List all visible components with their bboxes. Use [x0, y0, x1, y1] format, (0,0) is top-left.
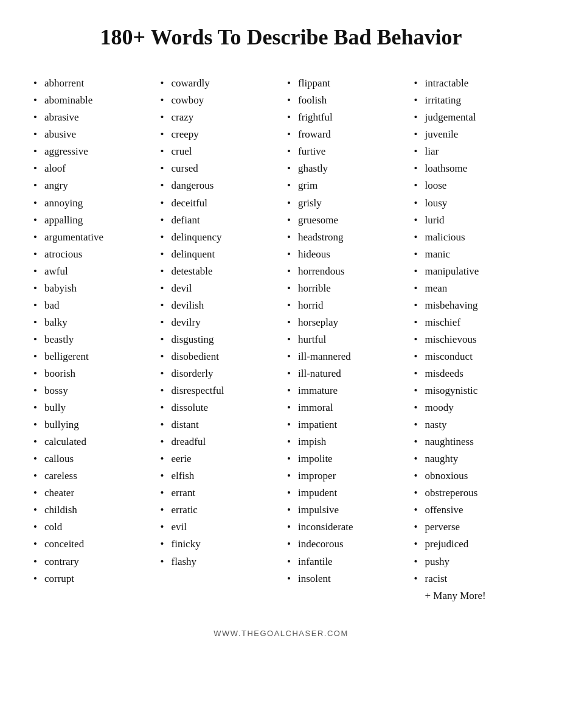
list-item: improper	[287, 467, 402, 485]
list-item: loose	[414, 177, 529, 194]
list-item: belligerent	[33, 348, 148, 365]
list-item: eerie	[161, 450, 276, 467]
list-item: naughtiness	[414, 433, 529, 450]
column-2: cowardlycowboycrazycreepycruelcurseddang…	[158, 75, 279, 570]
list-item: pushy	[414, 553, 529, 570]
list-item: grim	[287, 177, 402, 194]
footer-url: WWW.THEGOALCHASER.COM	[30, 629, 532, 638]
list-item: horrid	[287, 297, 402, 314]
list-item: conceited	[33, 536, 148, 553]
list-item: dreadful	[161, 433, 276, 450]
list-item: judgemental	[414, 109, 529, 126]
list-item: impatient	[287, 416, 402, 433]
list-item: creepy	[161, 126, 276, 143]
list-item: flippant	[287, 75, 402, 92]
list-item: dissolute	[161, 399, 276, 416]
list-item: angry	[33, 177, 148, 194]
list-item: horrendous	[287, 263, 402, 280]
list-item: irritating	[414, 92, 529, 109]
list-item: bad	[33, 297, 148, 314]
list-item: loathsome	[414, 160, 529, 177]
list-item: perverse	[414, 519, 529, 536]
list-item: insolent	[287, 570, 402, 587]
list-item: cursed	[161, 160, 276, 177]
list-item: lousy	[414, 195, 529, 212]
list-item: headstrong	[287, 229, 402, 246]
page-title: 180+ Words To Describe Bad Behavior	[30, 24, 532, 51]
list-item: disorderly	[161, 365, 276, 382]
list-item: horseplay	[287, 314, 402, 331]
list-item: boorish	[33, 365, 148, 382]
list-item: manic	[414, 246, 529, 263]
list-item: obnoxious	[414, 467, 529, 485]
list-item: detestable	[161, 263, 276, 280]
list-item: misbehaving	[414, 297, 529, 314]
list-item: horrible	[287, 280, 402, 297]
list-item: erratic	[161, 502, 276, 519]
list-item: balky	[33, 314, 148, 331]
list-item: froward	[287, 126, 402, 143]
list-item: abrasive	[33, 109, 148, 126]
list-item: abusive	[33, 126, 148, 143]
list-item: misdeeds	[414, 365, 529, 382]
list-item: disrespectful	[161, 382, 276, 399]
word-list-3: flippantfoolishfrightfulfrowardfurtivegh…	[287, 75, 402, 587]
word-list-4: intractableirritatingjudgementaljuvenile…	[414, 75, 529, 587]
list-item: manipulative	[414, 263, 529, 280]
list-item: mean	[414, 280, 529, 297]
list-item: callous	[33, 450, 148, 467]
list-item: babyish	[33, 280, 148, 297]
list-item: liar	[414, 143, 529, 160]
list-item: intractable	[414, 75, 529, 92]
list-item: flashy	[161, 553, 276, 570]
list-item: cheater	[33, 485, 148, 502]
column-3: flippantfoolishfrightfulfrowardfurtivegh…	[284, 75, 405, 587]
list-item: infantile	[287, 553, 402, 570]
list-item: hurtful	[287, 331, 402, 348]
list-item: abominable	[33, 92, 148, 109]
list-item: delinquent	[161, 246, 276, 263]
list-item: devil	[161, 280, 276, 297]
list-item: frightful	[287, 109, 402, 126]
list-item: obstreperous	[414, 485, 529, 502]
list-item: distant	[161, 416, 276, 433]
list-item: mischief	[414, 314, 529, 331]
list-item: aloof	[33, 160, 148, 177]
list-item: immature	[287, 382, 402, 399]
many-more-label: + Many More!	[414, 587, 529, 604]
list-item: ghastly	[287, 160, 402, 177]
list-item: naughty	[414, 450, 529, 467]
list-item: gruesome	[287, 212, 402, 229]
list-item: annoying	[33, 195, 148, 212]
list-item: impish	[287, 433, 402, 450]
list-item: beastly	[33, 331, 148, 348]
list-item: defiant	[161, 212, 276, 229]
list-item: cruel	[161, 143, 276, 160]
list-item: cowardly	[161, 75, 276, 92]
list-item: dangerous	[161, 177, 276, 194]
list-item: malicious	[414, 229, 529, 246]
list-item: grisly	[287, 195, 402, 212]
list-item: indecorous	[287, 536, 402, 553]
list-item: moody	[414, 399, 529, 416]
list-item: devilry	[161, 314, 276, 331]
list-item: devilish	[161, 297, 276, 314]
list-item: deceitful	[161, 195, 276, 212]
list-item: impulsive	[287, 502, 402, 519]
list-item: evil	[161, 519, 276, 536]
list-item: cowboy	[161, 92, 276, 109]
list-item: impudent	[287, 485, 402, 502]
list-item: mischievous	[414, 331, 529, 348]
list-item: corrupt	[33, 570, 148, 587]
list-item: crazy	[161, 109, 276, 126]
list-item: misogynistic	[414, 382, 529, 399]
list-item: lurid	[414, 212, 529, 229]
list-item: atrocious	[33, 246, 148, 263]
list-item: aggressive	[33, 143, 148, 160]
list-item: immoral	[287, 399, 402, 416]
list-item: abhorrent	[33, 75, 148, 92]
list-item: disobedient	[161, 348, 276, 365]
list-item: finicky	[161, 536, 276, 553]
list-item: ill-mannered	[287, 348, 402, 365]
column-4: intractableirritatingjudgementaljuvenile…	[411, 75, 532, 604]
